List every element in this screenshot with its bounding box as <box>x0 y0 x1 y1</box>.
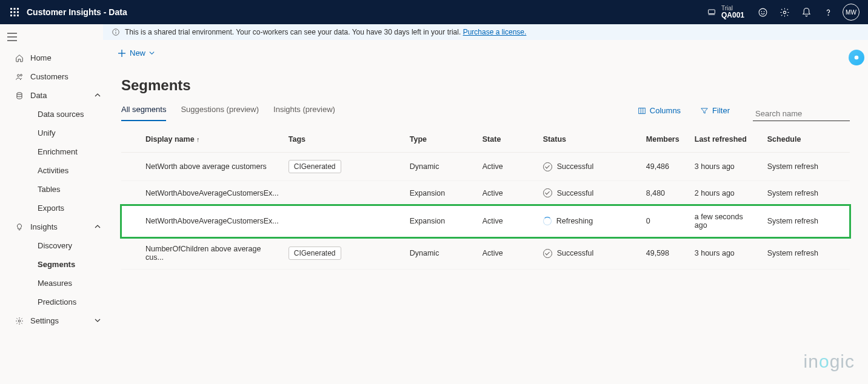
svg-point-10 <box>759 8 767 16</box>
nav-predictions[interactable]: Predictions <box>24 293 103 311</box>
cell-last-refreshed: a few seconds ago <box>690 205 763 237</box>
feedback-icon[interactable] <box>752 0 773 24</box>
cell-tags <box>284 205 405 237</box>
svg-rect-7 <box>14 15 16 16</box>
cell-last-refreshed: 3 hours ago <box>690 237 763 270</box>
nav-enrichment[interactable]: Enrichment <box>24 142 103 161</box>
segments-table: Display name ↑ Tags Type State Status Me… <box>121 127 850 270</box>
nav-segments[interactable]: Segments <box>24 255 103 274</box>
svg-point-20 <box>17 92 22 94</box>
svg-rect-2 <box>17 8 19 10</box>
new-button[interactable]: New <box>114 46 158 60</box>
trial-banner-text: This is a shared trial environment. Your… <box>125 28 463 36</box>
col-last-refreshed[interactable]: Last refreshed <box>690 127 763 153</box>
cell-schedule: System refresh <box>763 237 850 270</box>
cell-last-refreshed: 2 hours ago <box>690 181 763 205</box>
nav-exports[interactable]: Exports <box>24 199 103 217</box>
cell-schedule: System refresh <box>763 181 850 205</box>
info-icon <box>112 28 120 36</box>
col-members[interactable]: Members <box>641 127 690 153</box>
tab-all-segments[interactable]: All segments <box>121 101 166 121</box>
tag-chip: CIGenerated <box>289 247 341 260</box>
table-row[interactable]: NetWorth above average customersCIGenera… <box>121 153 850 181</box>
nav-settings[interactable]: Settings <box>24 311 103 330</box>
help-icon[interactable] <box>817 0 839 24</box>
settings-gear-icon[interactable] <box>773 0 795 24</box>
table-row[interactable]: NetWorthAboveAverageCustomersEx...Expans… <box>121 205 850 237</box>
main-content: This is a shared trial environment. Your… <box>103 24 868 384</box>
svg-point-14 <box>828 15 829 15</box>
col-status[interactable]: Status <box>538 127 641 153</box>
cell-status: Successful <box>538 153 641 181</box>
cell-tags: CIGenerated <box>284 237 405 270</box>
cell-members: 49,598 <box>641 237 690 270</box>
cell-display-name: NetWorth above average customers <box>141 153 284 181</box>
search-input-wrapper[interactable] <box>753 108 850 121</box>
copilot-button[interactable] <box>849 50 864 65</box>
new-button-label: New <box>130 48 145 58</box>
nav-insights-label: Insights <box>30 222 58 231</box>
svg-point-21 <box>18 320 21 322</box>
nav-unify[interactable]: Unify <box>24 124 103 142</box>
svg-point-18 <box>18 74 20 76</box>
environment-icon <box>707 7 716 17</box>
col-schedule[interactable]: Schedule <box>763 127 850 153</box>
cell-state: Active <box>478 181 538 205</box>
cell-type: Dynamic <box>405 237 478 270</box>
cell-schedule: System refresh <box>763 153 850 181</box>
nav-data-sources[interactable]: Data sources <box>24 105 103 124</box>
nav-data-label: Data <box>30 91 47 100</box>
nav-collapse-icon[interactable] <box>7 33 17 43</box>
col-tags[interactable]: Tags <box>284 127 405 153</box>
chevron-down-icon <box>149 50 155 56</box>
search-input[interactable] <box>755 109 857 118</box>
sort-ascending-icon: ↑ <box>196 136 200 143</box>
notifications-bell-icon[interactable] <box>795 0 817 24</box>
chevron-up-icon <box>95 222 101 231</box>
svg-rect-6 <box>10 15 12 16</box>
environment-picker[interactable]: Trial QA001 <box>707 5 744 19</box>
tab-insights[interactable]: Insights (preview) <box>273 101 335 121</box>
nav-activities[interactable]: Activities <box>24 161 103 180</box>
success-check-icon <box>543 249 552 258</box>
app-launcher-icon[interactable] <box>5 8 24 16</box>
command-bar: New <box>103 40 868 66</box>
cell-members: 49,486 <box>641 153 690 181</box>
cell-state: Active <box>478 153 538 181</box>
svg-rect-4 <box>14 12 16 13</box>
watermark-logo: inogic <box>804 351 855 372</box>
columns-icon <box>638 107 646 115</box>
col-type[interactable]: Type <box>405 127 478 153</box>
nav-measures[interactable]: Measures <box>24 274 103 293</box>
top-nav-bar: Customer Insights - Data Trial QA001 MW <box>0 0 868 24</box>
table-row[interactable]: NumberOfChildren above average cus...CIG… <box>121 237 850 270</box>
columns-button[interactable]: Columns <box>635 104 683 121</box>
nav-data[interactable]: Data <box>24 86 103 105</box>
filter-button-label: Filter <box>712 106 730 115</box>
filter-button[interactable]: Filter <box>698 104 732 121</box>
cell-tags: CIGenerated <box>284 153 405 181</box>
page-title: Segments <box>121 77 850 94</box>
nav-discovery[interactable]: Discovery <box>24 236 103 255</box>
nav-customers[interactable]: Customers <box>24 67 103 86</box>
data-icon <box>13 91 25 100</box>
cell-members: 8,480 <box>641 181 690 205</box>
cell-state: Active <box>478 237 538 270</box>
table-row[interactable]: NetWorthAboveAverageCustomersEx...Expans… <box>121 181 850 205</box>
purchase-license-link[interactable]: Purchase a license. <box>463 28 527 36</box>
user-avatar[interactable]: MW <box>843 4 860 21</box>
col-display-name[interactable]: Display name ↑ <box>141 127 284 153</box>
cell-display-name: NetWorthAboveAverageCustomersEx... <box>141 205 284 237</box>
nav-insights[interactable]: Insights <box>24 217 103 236</box>
tag-chip: CIGenerated <box>289 160 341 173</box>
cell-type: Dynamic <box>405 153 478 181</box>
nav-tables[interactable]: Tables <box>24 180 103 199</box>
cell-status: Successful <box>538 181 641 205</box>
nav-home[interactable]: Home <box>24 48 103 67</box>
cell-schedule: System refresh <box>763 205 850 237</box>
cell-status: Refreshing <box>538 205 641 237</box>
col-state[interactable]: State <box>478 127 538 153</box>
environment-name: QA001 <box>721 12 744 19</box>
tab-suggestions[interactable]: Suggestions (preview) <box>181 101 259 121</box>
svg-point-19 <box>20 74 22 76</box>
